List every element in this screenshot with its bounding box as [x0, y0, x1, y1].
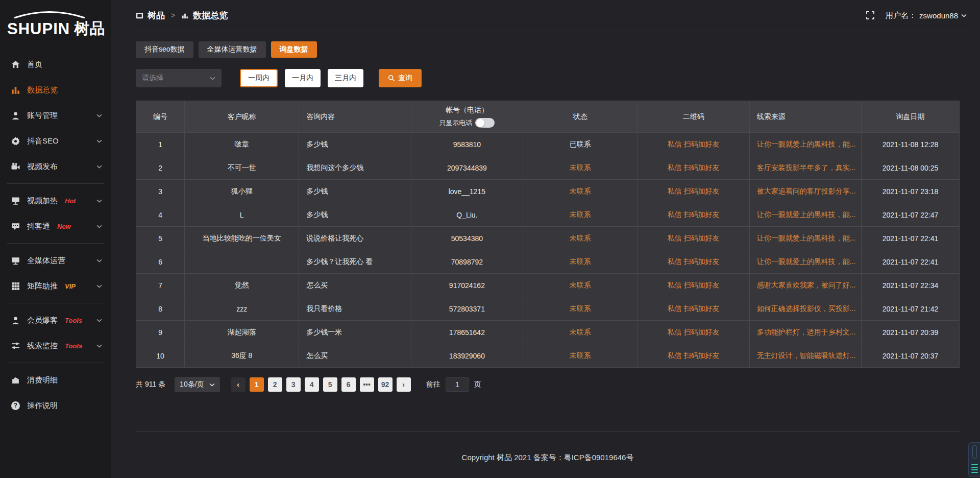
cell-no: 9 — [136, 321, 185, 344]
tab-1[interactable]: 全媒体运营数据 — [199, 41, 266, 58]
sidebar-item-label: 消费明细 — [27, 375, 58, 385]
source-link[interactable]: 感谢大家喜欢我家，被问了好... — [749, 274, 861, 297]
sidebar-item-member-burst[interactable]: 会员爆客 Tools — [0, 307, 111, 333]
page-size-select[interactable]: 10条/页 — [175, 377, 219, 392]
qrcode-link[interactable]: 私信 扫码加好友 — [638, 274, 749, 297]
pagination: 共 911 条 10条/页 ‹ 123456•••92 › 前往 页 — [136, 377, 960, 392]
table-row: 5 当地比较能吃的一位美女 说说价格让我死心 50534380 未联系 私信 扫… — [136, 227, 960, 250]
widget-grip — [972, 445, 977, 459]
goto-page-input[interactable] — [446, 377, 469, 392]
qrcode-link[interactable]: 私信 扫码加好友 — [638, 321, 749, 344]
sidebar-item-matrix-boost[interactable]: 矩阵助推 VIP — [0, 273, 111, 299]
col-source: 线索来源 — [749, 101, 861, 133]
tab-2[interactable]: 询盘数据 — [271, 41, 317, 58]
sidebar-item-video-heat[interactable]: 视频加热 Hot — [0, 188, 111, 213]
tab-0[interactable]: 抖音seo数据 — [136, 41, 193, 58]
breadcrumb: 树品 > 数据总览 — [136, 10, 228, 21]
screen-heat-icon — [11, 197, 20, 205]
chevron-down-icon — [961, 13, 967, 18]
breadcrumb-root[interactable]: 树品 — [148, 10, 165, 21]
sidebar: SHUPIN 树品 首页 数据总览 账号管理 抖音SEO — [0, 0, 111, 478]
phone-toggle-label: 只显示电话 — [439, 118, 472, 128]
prev-page-button[interactable]: ‹ — [231, 377, 246, 392]
qrcode-link[interactable]: 私信 扫码加好友 — [638, 344, 749, 368]
page-button-•••[interactable]: ••• — [360, 377, 374, 392]
source-link[interactable]: 被大家追着问的客厅投影分享... — [749, 180, 861, 203]
next-page-button[interactable]: › — [397, 377, 411, 392]
sliders-icon — [11, 342, 20, 350]
source-link[interactable]: 无主灯设计，智能磁吸轨道灯... — [749, 344, 861, 368]
page-button-92[interactable]: 92 — [378, 377, 393, 392]
total-count: 共 911 条 — [136, 380, 165, 389]
logo: SHUPIN 树品 — [0, 7, 111, 42]
source-link[interactable]: 多功能护栏灯，适用于乡村文... — [749, 321, 861, 344]
logo-text-cn: 树品 — [74, 18, 105, 39]
page-button-4[interactable]: 4 — [305, 377, 319, 392]
sidebar-item-data-overview[interactable]: 数据总览 — [0, 77, 111, 103]
sidebar-item-video-publish[interactable]: 视频发布 — [0, 154, 111, 179]
source-link[interactable]: 让你一眼就爱上的黑科技，能... — [749, 203, 861, 227]
fullscreen-icon[interactable] — [866, 11, 874, 19]
cell-content: 说说价格让我死心 — [299, 227, 411, 250]
filter-select[interactable]: 请选择 — [136, 69, 222, 87]
qrcode-link[interactable]: 私信 扫码加好友 — [638, 156, 749, 180]
col-qrcode: 二维码 — [638, 101, 749, 133]
chevron-down-icon — [96, 283, 102, 289]
source-link[interactable]: 客厅安装投影半年多了，真实... — [749, 156, 861, 180]
sidebar-item-account-mgmt[interactable]: 账号管理 — [0, 103, 111, 128]
floating-side-widget[interactable] — [968, 442, 980, 477]
cell-date: 2021-11-08 12:28 — [862, 133, 960, 156]
cell-nickname: zzz — [185, 297, 299, 321]
sidebar-item-douketong[interactable]: 抖客通 New — [0, 213, 111, 239]
cell-nickname: 狐小狸 — [185, 180, 299, 203]
cell-content: 多少钱一米 — [299, 321, 411, 344]
app-root: SHUPIN 树品 首页 数据总览 账号管理 抖音SEO — [0, 0, 980, 478]
sidebar-item-home[interactable]: 首页 — [0, 52, 111, 77]
source-link[interactable]: 让你一眼就爱上的黑科技，能... — [749, 133, 861, 156]
table-row: 1 啵章 多少钱 9583810 已联系 私信 扫码加好友 让你一眼就爱上的黑科… — [136, 133, 960, 156]
qrcode-link[interactable]: 私信 扫码加好友 — [638, 227, 749, 250]
qrcode-link[interactable]: 私信 扫码加好友 — [638, 203, 749, 227]
range-button-1[interactable]: 一月内 — [285, 69, 321, 87]
phone-only-toggle[interactable] — [475, 118, 495, 128]
table-row: 8 zzz 我只看价格 572803371 未联系 私信 扫码加好友 如何正确选… — [136, 297, 960, 321]
sidebar-item-lead-monitor[interactable]: 线索监控 Tools — [0, 333, 111, 358]
widget-bar — [971, 472, 978, 473]
page-button-2[interactable]: 2 — [268, 377, 282, 392]
source-link[interactable]: 让你一眼就爱上的黑科技，能... — [749, 227, 861, 250]
sidebar-item-douyin-seo[interactable]: 抖音SEO — [0, 128, 111, 154]
qrcode-link[interactable]: 私信 扫码加好友 — [638, 180, 749, 203]
page-button-5[interactable]: 5 — [323, 377, 337, 392]
qrcode-link[interactable]: 私信 扫码加好友 — [638, 250, 749, 274]
breadcrumb-current[interactable]: 数据总览 — [193, 10, 228, 21]
source-link[interactable]: 如何正确选择投影仪，买投影... — [749, 297, 861, 321]
page-button-1[interactable]: 1 — [250, 377, 264, 392]
sidebar-divider — [7, 303, 104, 303]
sidebar-menu: 首页 数据总览 账号管理 抖音SEO 视频发布 — [0, 52, 111, 418]
col-nickname: 客户昵称 — [185, 101, 299, 133]
page-button-3[interactable]: 3 — [286, 377, 301, 392]
page-button-6[interactable]: 6 — [341, 377, 356, 392]
sidebar-item-help[interactable]: ? 操作说明 — [0, 393, 111, 418]
sidebar-item-label: 视频加热 — [27, 196, 58, 206]
sidebar-item-omnimedia[interactable]: 全媒体运营 — [0, 248, 111, 273]
cell-date: 2021-11-07 22:41 — [862, 227, 960, 250]
search-button[interactable]: 查询 — [379, 69, 422, 87]
page-buttons: 123456•••92 — [250, 377, 393, 392]
chevron-down-icon — [210, 76, 215, 81]
chevron-down-icon — [96, 164, 102, 170]
range-button-0[interactable]: 一周内 — [240, 69, 278, 87]
range-button-2[interactable]: 三月内 — [328, 69, 363, 87]
cell-date: 2021-11-07 22:34 — [862, 274, 960, 297]
cell-date: 2021-11-07 23:18 — [862, 180, 960, 203]
breadcrumb-separator: > — [171, 11, 175, 19]
qrcode-link[interactable]: 私信 扫码加好友 — [638, 297, 749, 321]
user-menu[interactable]: 用户名： zswodun88 — [886, 11, 967, 20]
cell-account: 917024162 — [411, 274, 523, 297]
sidebar-item-label: 会员爆客 — [27, 316, 58, 325]
qrcode-link[interactable]: 私信 扫码加好友 — [638, 133, 749, 156]
sidebar-item-label: 线索监控 — [27, 341, 58, 351]
table-row: 6 多少钱？让我死心 看 70898792 未联系 私信 扫码加好友 让你一眼就… — [136, 250, 960, 274]
source-link[interactable]: 让你一眼就爱上的黑科技，能... — [749, 250, 861, 274]
sidebar-item-spend-detail[interactable]: 消费明细 — [0, 367, 111, 393]
